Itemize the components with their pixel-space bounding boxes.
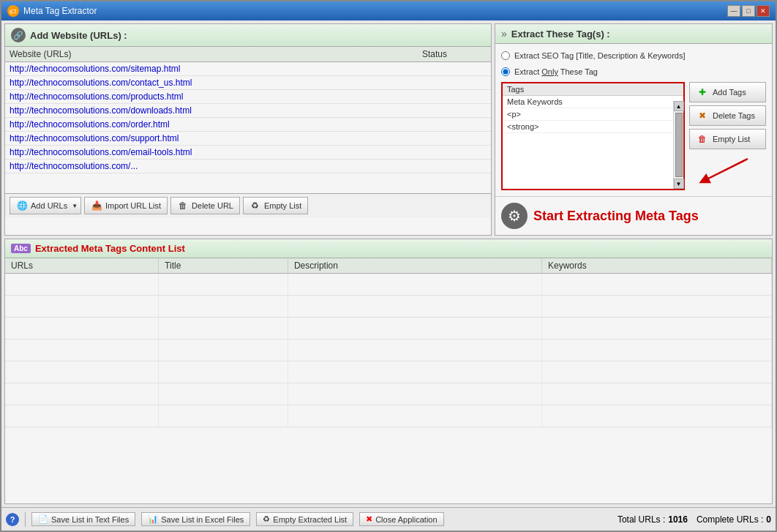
status-cell	[418, 160, 491, 173]
radio-seo[interactable]	[501, 51, 510, 60]
bottom-panel: Abc Extracted Meta Tags Content List URL…	[4, 239, 773, 504]
tags-scrollbar[interactable]: ▲ ▼	[673, 101, 683, 189]
table-row	[5, 361, 772, 383]
add-urls-button[interactable]: 🌐 Add URLs ▼	[10, 197, 81, 214]
close-app-button[interactable]: ✖ Close Application	[359, 512, 443, 526]
radio-only[interactable]	[501, 67, 510, 76]
empty-list-button[interactable]: ♻ Empty List	[243, 197, 308, 214]
tag-item[interactable]: Meta Keywords	[503, 96, 683, 108]
url-row: http://technocomsolutions.com/support.ht…	[5, 132, 491, 146]
empty-extracted-label: Empty Extracted List	[273, 515, 347, 524]
empty-extracted-button[interactable]: ♻ Empty Extracted List	[256, 512, 353, 526]
empty-tags-button[interactable]: 🗑 Empty List	[689, 129, 766, 149]
save-excel-button[interactable]: 📊 Save List in Excel Files	[141, 512, 250, 526]
url-row: http://technocomsolutions.com/...	[5, 160, 491, 173]
empty-list-label: Empty List	[264, 201, 301, 210]
extracted-table-container[interactable]: URLsTitleDescriptionKeywords	[5, 258, 772, 503]
right-panel-title: Extract These Tag(s) :	[511, 29, 610, 40]
left-panel-header: 🔗 Add Website (URLs) :	[5, 24, 491, 47]
url-row: http://technocomsolutions.com/products.h…	[5, 90, 491, 104]
radio-seo-label: Extract SEO Tag [Title, Description & Ke…	[514, 51, 686, 60]
url-cell[interactable]: http://technocomsolutions.com/products.h…	[5, 90, 418, 104]
url-cell[interactable]: http://technocomsolutions.com/sitemap.ht…	[5, 62, 418, 76]
url-list-scroll[interactable]: Website (URLs) Status http://technocomso…	[5, 47, 491, 193]
tag-item[interactable]: <p>	[503, 108, 683, 121]
complete-urls-label: Complete URLs :	[697, 514, 763, 525]
right-panel-content: Extract SEO Tag [Title, Description & Ke…	[495, 44, 772, 196]
add-tags-icon: ✚	[696, 86, 709, 99]
right-panel: » Extract These Tag(s) : Extract SEO Tag…	[495, 23, 773, 236]
radio-only-row: Extract Only These Tag	[501, 66, 766, 78]
delete-tags-label: Delete Tags	[713, 111, 755, 120]
gear-big-icon: ⚙	[501, 203, 528, 229]
bottom-panel-title: Extracted Meta Tags Content List	[35, 243, 185, 254]
start-extract-row: ⚙ Start Extracting Meta Tags	[495, 196, 772, 235]
delete-url-icon: 🗑	[177, 200, 189, 211]
url-cell[interactable]: http://technocomsolutions.com/downloads.…	[5, 104, 418, 118]
url-cell[interactable]: http://technocomsolutions.com/email-tool…	[5, 146, 418, 160]
start-extracting-button[interactable]: Start Extracting Meta Tags	[533, 209, 699, 224]
radio-only-label: Extract Only These Tag	[514, 67, 598, 76]
double-arrow-icon: »	[501, 28, 507, 40]
url-row: http://technocomsolutions.com/sitemap.ht…	[5, 62, 491, 76]
url-cell[interactable]: http://technocomsolutions.com/support.ht…	[5, 132, 418, 146]
scroll-up-arrow[interactable]: ▲	[674, 101, 684, 111]
status-cell	[418, 118, 491, 132]
tags-action-buttons: ✚ Add Tags ✖ Delete Tags 🗑 Empty List	[689, 82, 766, 190]
table-row	[5, 296, 772, 318]
help-button[interactable]: ?	[6, 513, 19, 526]
title-bar-left: 🏷 Meta Tag Extractor	[7, 5, 97, 17]
complete-urls-value: 0	[766, 514, 771, 525]
close-button[interactable]: ✕	[757, 5, 770, 17]
url-row: http://technocomsolutions.com/downloads.…	[5, 104, 491, 118]
save-text-icon: 📄	[38, 514, 48, 524]
left-panel: 🔗 Add Website (URLs) : Website (URLs) St…	[4, 23, 492, 236]
add-tags-button[interactable]: ✚ Add Tags	[689, 82, 766, 102]
total-urls-label: Total URLs :	[618, 514, 665, 525]
add-tags-label: Add Tags	[713, 88, 746, 97]
empty-tags-icon: 🗑	[696, 132, 709, 146]
url-row: http://technocomsolutions.com/contact_us…	[5, 76, 491, 90]
main-window: 🏷 Meta Tag Extractor — □ ✕ 🔗 Add Website…	[0, 0, 777, 532]
url-cell[interactable]: http://technocomsolutions.com/order.html	[5, 118, 418, 132]
col-status: Status	[418, 47, 491, 62]
svg-line-1	[704, 159, 748, 181]
url-cell[interactable]: http://technocomsolutions.com/...	[5, 160, 418, 173]
total-urls-value: 1016	[668, 514, 688, 525]
save-text-button[interactable]: 📄 Save List in Text Files	[31, 512, 135, 526]
minimize-button[interactable]: —	[727, 5, 740, 17]
app-icon: 🏷	[7, 5, 19, 17]
extracted-col-header: Description	[288, 258, 541, 274]
delete-tags-icon: ✖	[696, 109, 709, 122]
save-excel-icon: 📊	[148, 514, 158, 524]
save-excel-label: Save List in Excel Files	[161, 515, 244, 524]
table-row	[5, 340, 772, 361]
window-title: Meta Tag Extractor	[23, 6, 97, 16]
scroll-down-arrow[interactable]: ▼	[674, 179, 684, 189]
delete-tags-button[interactable]: ✖ Delete Tags	[689, 105, 766, 126]
url-table: Website (URLs) Status http://technocomso…	[5, 47, 491, 173]
url-cell[interactable]: http://technocomsolutions.com/contact_us…	[5, 76, 418, 90]
extracted-col-header: Title	[159, 258, 288, 274]
main-content: 🔗 Add Website (URLs) : Website (URLs) St…	[1, 20, 776, 507]
import-url-list-button[interactable]: 📥 Import URL List	[84, 197, 168, 214]
close-app-label: Close Application	[375, 515, 437, 524]
left-panel-title: Add Website (URLs) :	[30, 30, 127, 41]
radio-seo-row: Extract SEO Tag [Title, Description & Ke…	[501, 50, 766, 61]
status-cell	[418, 90, 491, 104]
delete-url-button[interactable]: 🗑 Delete URL	[170, 197, 240, 214]
red-arrow-svg	[689, 155, 755, 184]
scroll-thumb[interactable]	[675, 113, 683, 177]
status-info: Total URLs : 1016 Complete URLs : 0	[618, 514, 771, 525]
tags-list: Meta Keywords<p><strong>	[503, 96, 683, 133]
tag-item[interactable]: <strong>	[503, 121, 683, 133]
maximize-button[interactable]: □	[742, 5, 755, 17]
url-toolbar: 🌐 Add URLs ▼ 📥 Import URL List 🗑 Delete …	[5, 193, 491, 217]
right-panel-header: » Extract These Tag(s) :	[495, 24, 772, 44]
status-cell	[418, 132, 491, 146]
save-text-label: Save List in Text Files	[51, 515, 129, 524]
status-bar: ? 📄 Save List in Text Files 📊 Save List …	[1, 507, 776, 531]
status-separator-1	[25, 512, 26, 527]
status-cell	[418, 104, 491, 118]
abc-icon: Abc	[11, 244, 31, 253]
